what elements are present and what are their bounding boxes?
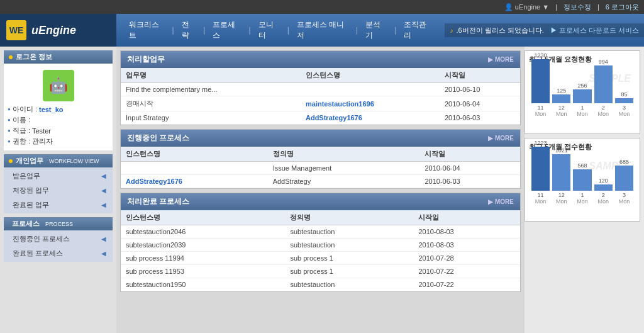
sidebar-item-saved[interactable]: 저장된 업무 ◀ [4, 183, 113, 198]
completed-start-cell: 2010-07-28 [413, 252, 520, 265]
task-panel-more[interactable]: ▶ MORE [488, 56, 514, 63]
ticker-text: .6버전이 릴리스 되었습니다. [456, 26, 543, 35]
sidebar-profile: 🤖 ● 아이디 : test_ko ● 이름 : ● 직급 : Tester ● [4, 64, 113, 150]
bar-value: 125 [557, 87, 566, 94]
personal-menu: 받은업무 ◀ 저장된 업무 ◀ 완료된 업무 ◀ [4, 167, 113, 213]
completed-def-cell: sub process 1 [285, 252, 413, 265]
bar-value: 256 [577, 82, 587, 89]
bar [615, 166, 633, 191]
process-section-title: 프로세스 PROCESS [4, 217, 113, 230]
login-title-label: 로그온 정보 [16, 52, 52, 62]
completed-start-cell: 2010-07-22 [413, 278, 520, 291]
task-start-cell: 2010-06-04 [440, 96, 520, 111]
sidebar-item-running-process[interactable]: 진행중인 프로세스 ◀ [4, 232, 113, 246]
task-instance-cell[interactable]: AddStrategy1676 [301, 111, 440, 125]
divider2: | [597, 3, 599, 11]
completed-panel-header: 처리완료 프로세스 ▶ MORE [121, 193, 520, 210]
bar [594, 65, 613, 103]
logo-icon: WE [6, 20, 26, 40]
table-row: AddStrategy1676 AddStrategy 2010-06-03 [121, 175, 520, 188]
running-col-definition: 정의명 [268, 147, 420, 162]
bar [573, 89, 591, 103]
table-row: 경매시작 maintestauction1696 2010-06-04 [121, 96, 520, 111]
ticker-icon: ♪ [450, 27, 453, 34]
bar-sublabel: Mon [535, 198, 547, 205]
personal-section-title: 개인업무 WORKFLOW VIEW [4, 154, 113, 167]
bar-sublabel: Mon [597, 111, 609, 117]
completed-def-cell: subtestauction [285, 239, 413, 252]
task-instance-cell[interactable]: maintestauction1696 [301, 96, 440, 111]
chart2-bars: 1223 11 Mon 1021 12 Mon 568 1 Mon 120 2 … [529, 154, 636, 205]
sidebar-item-completed[interactable]: 완료된 업무 ◀ [4, 198, 113, 212]
task-panel: 처리할업무 ▶ MORE 업무명 인스턴스명 시작일 Find the comp… [120, 50, 521, 125]
completed-panel-more[interactable]: ▶ MORE [488, 198, 514, 205]
arrow3-icon: ◀ [101, 201, 106, 208]
ticker-link[interactable]: ▶ 프로세스 다운로드 서비스 [550, 26, 639, 35]
right-panel: 최근 5개월 요청현황 SAMPLE 1230 11 Mon 125 12 Mo… [525, 47, 644, 333]
running-panel-more[interactable]: ▶ MORE [488, 135, 514, 142]
user-menu[interactable]: 👤 uEngine ▼ [504, 3, 549, 11]
bar-group: 120 2 Mon [594, 178, 613, 205]
sidebar-item-received[interactable]: 받은업무 ◀ [4, 169, 113, 183]
bar-label: 3 [623, 104, 626, 111]
arrow5-icon: ◀ [101, 250, 106, 257]
logout-button[interactable]: 6 로그아웃 [606, 3, 639, 12]
table-row: sub process 11994 sub process 1 2010-07-… [121, 252, 520, 265]
bar [615, 98, 633, 103]
nav-monitor[interactable]: 모니터 [252, 17, 286, 43]
completed-col-start: 시작일 [413, 210, 520, 225]
nav-org[interactable]: 조직관리 [397, 17, 438, 43]
role-label: 직급 : [13, 126, 30, 135]
divider: | [555, 3, 557, 11]
nav-process[interactable]: 프로세스 [206, 17, 247, 43]
bar-label: 12 [558, 104, 565, 111]
bar-group: 1223 11 Mon [531, 140, 550, 205]
bar-group: 685 3 Mon [615, 159, 633, 205]
login-section-title: 로그온 정보 [4, 50, 113, 64]
bar-label: 2 [602, 192, 605, 198]
bar [531, 59, 550, 103]
id-row: ● 아이디 : test_ko [8, 104, 109, 115]
bar-label: 12 [558, 192, 565, 198]
bar-value: 685 [619, 159, 629, 165]
saved-label: 저장된 업무 [13, 186, 49, 195]
content-area: 처리할업무 ▶ MORE 업무명 인스턴스명 시작일 Find the comp… [116, 47, 525, 333]
bullet4: ● [8, 138, 11, 144]
bar-label: 11 [538, 192, 544, 198]
chart1-container: SAMPLE 1230 11 Mon 125 12 Mon 256 1 Mon … [529, 67, 636, 130]
running-start-cell: 2010-06-04 [419, 162, 520, 175]
nav-process-manager[interactable]: 프로세스 매니저 [291, 17, 355, 43]
table-row: Find the complementary me... 2010-06-10 [121, 83, 520, 96]
running-process-label: 진행중인 프로세스 [13, 234, 70, 244]
top-bar: 👤 uEngine ▼ | 정보수정 | 6 로그아웃 [0, 0, 644, 14]
bar-value: 568 [577, 162, 587, 169]
dot2-icon [9, 159, 13, 163]
table-row: subtestauction1950 subtestauction 2010-0… [121, 278, 520, 291]
user-icon: 👤 [504, 3, 513, 11]
completed-start-cell: 2010-08-03 [413, 225, 520, 239]
nav-analyzer[interactable]: 분석기 [359, 17, 393, 43]
bar [573, 169, 591, 191]
role-row: ● 직급 : Tester [8, 125, 109, 136]
task-name-cell: Input Strategy [121, 111, 301, 125]
bar [594, 184, 613, 191]
sidebar-item-completed-process[interactable]: 완료된 프로세스 ◀ [4, 246, 113, 261]
header: WE uEngine 워크리스트 | 전략 | 프로세스 | 모니터 | 프로세… [0, 14, 644, 47]
bar-sublabel: Mon [597, 198, 609, 205]
nav-strategy[interactable]: 전략 [175, 17, 203, 43]
username-label: uEngine [515, 3, 540, 11]
name-row: ● 이름 : [8, 115, 109, 125]
running-panel: 진행중인 프로세스 ▶ MORE 인스턴스명 정의명 시작일 Issue Man… [120, 129, 521, 189]
sidebar: 로그온 정보 🤖 ● 아이디 : test_ko ● 이름 : ● 직급 : T… [0, 47, 116, 333]
login-section: 로그온 정보 🤖 ● 아이디 : test_ko ● 이름 : ● 직급 : T… [4, 50, 113, 150]
bar-sublabel: Mon [535, 111, 547, 117]
personal-title-label: 개인업무 [16, 156, 43, 166]
nav-worklist[interactable]: 워크리스트 [123, 17, 171, 43]
bar-sublabel: Mon [577, 198, 588, 205]
bar-group: 994 2 Mon [594, 59, 613, 117]
name-label: 이름 : [13, 115, 30, 125]
chart1-bars: 1230 11 Mon 125 12 Mon 256 1 Mon 994 2 M… [529, 67, 636, 117]
nav-area: 워크리스트 | 전략 | 프로세스 | 모니터 | 프로세스 매니저 | 분석기… [116, 17, 445, 43]
running-instance-cell[interactable]: AddStrategy1676 [121, 175, 268, 188]
info-button[interactable]: 정보수정 [564, 3, 591, 12]
